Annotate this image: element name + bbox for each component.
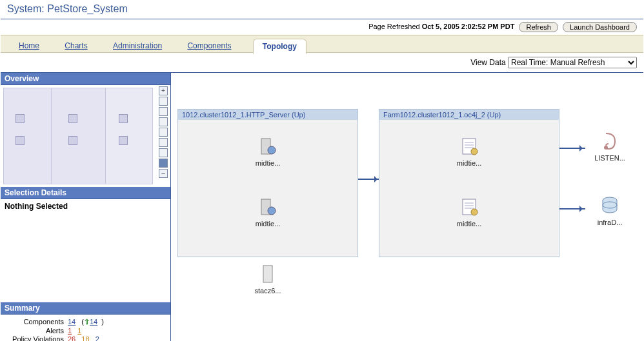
- zoom-out-button[interactable]: –: [159, 169, 168, 178]
- page-refreshed-label: Page Refreshed Oct 5, 2005 2:02:52 PM PD…: [368, 23, 514, 30]
- summary-policy-label: Policy Violations: [5, 335, 64, 341]
- listener-icon: [599, 131, 620, 151]
- connector-arrow: [559, 148, 585, 149]
- view-data-label: View Data: [470, 58, 505, 67]
- node-infradb[interactable]: infraD...: [584, 195, 636, 226]
- zoom-level-current[interactable]: [159, 159, 168, 168]
- refresh-button[interactable]: Refresh: [519, 22, 558, 32]
- summary-components-total[interactable]: 14: [68, 318, 75, 326]
- server-icon: [257, 197, 278, 217]
- up-arrow-icon: ⇧: [84, 318, 90, 326]
- group-http-server-title: 1012.cluster1012_1.HTTP_Server (Up): [178, 110, 357, 120]
- topology-canvas[interactable]: 1012.cluster1012_1.HTTP_Server (Up) midt…: [171, 73, 643, 341]
- zoom-level-1[interactable]: [159, 97, 168, 106]
- summary-alerts-critical[interactable]: 1: [68, 327, 72, 335]
- node-stacz6[interactable]: stacz6...: [242, 264, 294, 295]
- node-label: LISTEN...: [584, 154, 636, 162]
- node-label: midtie...: [443, 220, 495, 228]
- tab-home[interactable]: Home: [19, 39, 39, 50]
- summary-components-label: Components: [5, 318, 64, 326]
- zoom-level-3[interactable]: [159, 117, 168, 126]
- selection-header: Selection Details: [1, 187, 170, 199]
- summary-policy-critical[interactable]: 26: [68, 335, 75, 341]
- zoom-level-5[interactable]: [159, 138, 168, 147]
- zoom-level-6[interactable]: [159, 148, 168, 157]
- overview-body: + –: [1, 85, 170, 187]
- zoom-level-2[interactable]: [159, 107, 168, 116]
- tab-charts[interactable]: Charts: [65, 39, 87, 50]
- connector-arrow: [358, 179, 380, 180]
- database-icon: [599, 195, 620, 216]
- summary-policy-info[interactable]: 2: [96, 335, 99, 341]
- node-listener[interactable]: LISTEN...: [584, 131, 636, 162]
- svg-point-9: [471, 148, 478, 155]
- svg-rect-4: [263, 266, 272, 282]
- node-oc4j-midtie-1[interactable]: midtie...: [443, 136, 495, 167]
- document-icon: [459, 197, 479, 217]
- node-label: midtie...: [242, 159, 294, 167]
- summary-alerts-warning[interactable]: 1: [77, 327, 81, 335]
- svg-point-14: [471, 209, 478, 215]
- node-midtie-1[interactable]: midtie...: [242, 136, 294, 167]
- view-data-select[interactable]: Real Time: Manual Refresh: [508, 57, 637, 68]
- zoom-level-4[interactable]: [159, 128, 168, 137]
- node-label: infraD...: [584, 219, 636, 226]
- node-label: midtie...: [242, 220, 294, 228]
- group-oc4j-title: Farm1012.cluster1012_1.oc4j_2 (Up): [379, 110, 559, 120]
- host-icon: [257, 264, 278, 284]
- svg-point-3: [268, 207, 276, 215]
- node-midtie-2[interactable]: midtie...: [242, 197, 294, 228]
- zoom-in-button[interactable]: +: [159, 86, 168, 95]
- launch-dashboard-button[interactable]: Launch Dashboard: [563, 22, 637, 32]
- selection-body: Nothing Selected: [1, 199, 170, 302]
- document-icon: [459, 136, 479, 157]
- connector-arrow: [559, 208, 585, 209]
- node-oc4j-midtie-2[interactable]: midtie...: [443, 197, 495, 228]
- summary-components-up[interactable]: 14: [90, 318, 97, 326]
- server-icon: [257, 136, 278, 157]
- tabs-bar: Home Charts Administration Components To…: [1, 35, 643, 53]
- topology-group-oc4j[interactable]: Farm1012.cluster1012_1.oc4j_2 (Up): [379, 109, 559, 257]
- node-label: midtie...: [443, 159, 495, 167]
- summary-header: Summary: [1, 302, 170, 315]
- tab-topology[interactable]: Topology: [253, 39, 307, 54]
- topology-group-http-server[interactable]: 1012.cluster1012_1.HTTP_Server (Up): [177, 109, 358, 257]
- status-row: Page Refreshed Oct 5, 2005 2:02:52 PM PD…: [1, 19, 643, 35]
- svg-point-1: [268, 146, 276, 154]
- overview-header: Overview: [1, 73, 170, 85]
- page-title: System: PetStore_System: [1, 1, 643, 19]
- tab-components[interactable]: Components: [187, 39, 231, 50]
- node-label: stacz6...: [242, 287, 294, 295]
- view-data-row: View Data Real Time: Manual Refresh: [1, 53, 643, 72]
- summary-policy-warning[interactable]: 18: [81, 335, 89, 341]
- overview-minimap[interactable]: [3, 88, 153, 184]
- zoom-controls: + –: [159, 86, 169, 186]
- side-panel: Overview +: [1, 73, 171, 341]
- summary-body: Components 14 (⇧14) Alerts 1 1 Policy Vi…: [1, 315, 170, 341]
- summary-alerts-label: Alerts: [5, 327, 64, 335]
- svg-point-15: [604, 146, 608, 150]
- tab-administration[interactable]: Administration: [113, 39, 162, 50]
